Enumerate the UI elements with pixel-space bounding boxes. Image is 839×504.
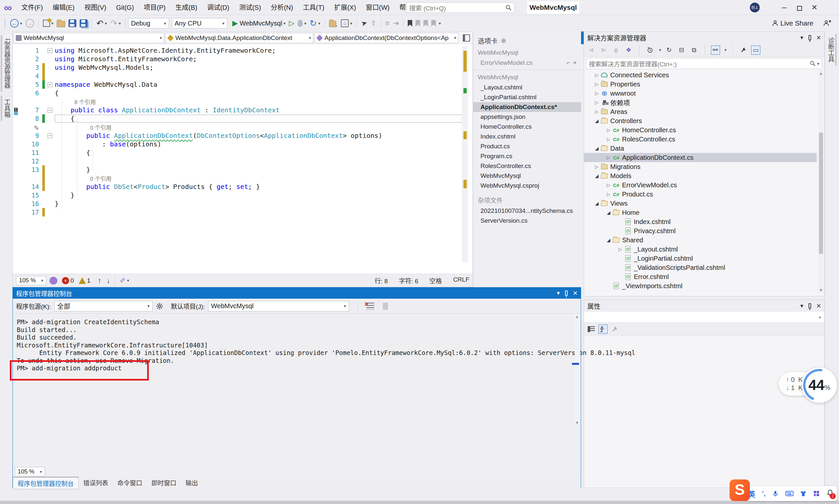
close-icon[interactable]: × — [816, 33, 821, 42]
package-source-dropdown[interactable]: 全部▾ — [54, 301, 153, 311]
tree-item[interactable]: ▷C#HomeController.cs — [584, 125, 817, 134]
add-user-button[interactable]: + — [821, 17, 833, 29]
toolbar-grip[interactable] — [5, 19, 6, 28]
tree-item[interactable]: ▷C#RolesController.cs — [584, 134, 817, 144]
toolbox-tab[interactable]: 工具箱 — [1, 96, 11, 121]
solution-scrollbar[interactable]: ▲ ▼ — [818, 70, 824, 293]
navigate-forward-button[interactable]: → — [24, 17, 36, 29]
restart-button[interactable]: ↻▾ — [308, 17, 322, 29]
error-icon[interactable]: × — [62, 277, 69, 284]
menu-debug[interactable]: 调试(D) — [202, 0, 234, 15]
save-button[interactable] — [67, 17, 78, 29]
solution-explorer-header[interactable]: 解决方案资源管理器 ▾ × — [584, 32, 824, 43]
gear-icon[interactable] — [501, 38, 506, 43]
toolbox-grid-icon[interactable] — [813, 490, 820, 497]
tree-item[interactable]: @Index.cshtml — [584, 217, 817, 226]
console-zoom-dropdown[interactable]: 105 %▾ — [15, 467, 45, 476]
preview-selected-items-icon[interactable]: ▭ — [751, 46, 761, 55]
window-menu-icon[interactable]: ▾ — [800, 34, 803, 41]
quick-search-input[interactable]: 搜索 (Ctrl+Q) — [406, 2, 514, 13]
live-share-button[interactable]: Live Share — [770, 17, 815, 29]
tab-item-preview[interactable]: ErrorViewModel.cs⌐× — [473, 58, 581, 68]
tree-item[interactable]: ◢Controllers — [584, 116, 817, 125]
breadcrumb-member-dropdown[interactable]: ApplicationDbContext(DbContextOptions<Ap… — [314, 33, 458, 43]
tree-item[interactable]: ▷Connected Services — [584, 70, 817, 79]
find-in-files-button[interactable] — [327, 17, 339, 29]
tab-item[interactable]: Program.cs — [473, 151, 581, 161]
tab-item[interactable]: WebMvcMysql — [473, 171, 581, 181]
fold-toggle[interactable] — [48, 108, 52, 113]
pmc-title-bar[interactable]: 程序包管理器控制台 ▾ × — [13, 288, 581, 299]
tree-item[interactable]: ◢Data — [584, 144, 817, 153]
pin-icon[interactable] — [808, 35, 811, 40]
warning-count[interactable]: 1 — [87, 277, 91, 284]
error-count[interactable]: 0 — [70, 277, 74, 284]
console-scrollbar[interactable]: ▲ ▼ — [575, 314, 580, 425]
tree-item[interactable]: @_ValidationScriptsPartial.cshtml — [584, 263, 817, 272]
properties-header[interactable]: 属性 ▾ × — [584, 300, 824, 312]
categorized-icon[interactable] — [587, 325, 596, 334]
fold-toggle[interactable] — [48, 133, 52, 138]
editor-zoom-dropdown[interactable]: 105 %▾ — [16, 276, 46, 285]
codelens-references[interactable]: 8 个引用 — [13, 97, 465, 106]
menu-extensions[interactable]: 扩展(X) — [329, 0, 361, 15]
pin-icon[interactable] — [565, 290, 567, 296]
window-menu-icon[interactable]: ▾ — [800, 302, 803, 309]
navigate-back-button[interactable]: ←▾ — [8, 17, 24, 29]
menu-file[interactable]: 文件(F) — [16, 0, 48, 15]
pin-icon[interactable] — [808, 303, 811, 308]
fold-toggle[interactable] — [48, 82, 52, 87]
background-tasks-icon[interactable] — [5, 35, 11, 41]
tab-error-list[interactable]: 错误列表 — [78, 477, 113, 488]
restore-button[interactable] — [792, 0, 807, 15]
warning-icon[interactable] — [78, 277, 86, 284]
start-debugging-button[interactable]: ▶ WebMvcMysql▾ — [231, 17, 287, 29]
microphone-icon[interactable] — [772, 490, 779, 497]
tree-item[interactable]: ▷Migrations — [584, 162, 817, 171]
code-area[interactable]: 1using Microsoft.AspNetCore.Identity.Ent… — [13, 46, 465, 216]
menu-build[interactable]: 生成(B) — [171, 0, 202, 15]
tab-item[interactable]: RolesController.cs — [473, 161, 581, 171]
tree-item[interactable]: ▷wwwroot — [584, 89, 817, 98]
undo-button[interactable]: ↶▾ — [95, 17, 108, 29]
tab-package-manager-console[interactable]: 程序包管理器控制台 — [13, 477, 78, 489]
solution-platform-dropdown[interactable]: Any CPU▾ — [172, 18, 227, 29]
gear-icon[interactable] — [156, 303, 163, 310]
minimize-button[interactable]: – — [777, 0, 792, 15]
search-icon[interactable] — [505, 4, 512, 11]
codelens-references[interactable]: 0 个引用 — [13, 174, 465, 182]
editor-scrollbar[interactable] — [462, 46, 468, 262]
selection-tool-button[interactable]: ➤ — [360, 17, 369, 29]
alphabetical-sort-icon[interactable]: A↓Z — [598, 325, 608, 334]
sync-with-active-document-icon[interactable]: ⚯ — [711, 46, 720, 55]
skin-shirt-icon[interactable] — [800, 490, 807, 497]
close-button[interactable]: × — [807, 0, 822, 15]
tree-item[interactable]: ▷C#Product.cs — [584, 190, 817, 199]
breadcrumb-project-dropdown[interactable]: WebMvcMysql▾ — [14, 33, 164, 43]
tab-item[interactable]: Product.cs — [473, 142, 581, 151]
tree-item[interactable]: ▷Properties — [584, 79, 817, 89]
tree-item[interactable]: ◢Shared — [584, 235, 817, 245]
home-icon[interactable]: ⌂ — [612, 46, 621, 55]
keyboard-icon[interactable] — [786, 490, 793, 497]
tree-item[interactable]: ◢Models — [584, 171, 817, 180]
breadcrumb-type-dropdown[interactable]: WebMvcMysql.Data.ApplicationDbContext▾ — [165, 33, 313, 43]
split-window-icon[interactable] — [463, 34, 470, 41]
tab-item[interactable]: 2022101007034...ntitySchema.cs — [473, 206, 581, 216]
hot-reload-button[interactable]: ▾ — [296, 17, 308, 29]
tab-item[interactable]: _LoginPartial.cshtml — [473, 92, 581, 102]
next-issue-icon[interactable]: ↓ — [106, 276, 110, 285]
pending-changes-filter-icon[interactable] — [645, 46, 654, 55]
collapse-all-icon[interactable]: ⊟ — [677, 46, 686, 55]
diagnostic-tools-tab[interactable]: 诊断工具 — [826, 34, 837, 66]
tab-item-active[interactable]: ApplicationDbContext.cs* — [473, 102, 581, 112]
default-project-dropdown[interactable]: WebMvcMysql▾ — [208, 301, 349, 311]
open-file-button[interactable] — [55, 17, 67, 29]
prev-issue-icon[interactable]: ↑ — [98, 276, 101, 285]
tree-item-selected[interactable]: ▷C#ApplicationDbContext.cs — [584, 153, 817, 162]
solution-search-input[interactable]: 搜索解决方案资源管理器(Ctrl+;) ▾ — [586, 58, 822, 69]
tab-item[interactable]: WebMvcMysql.csproj — [473, 181, 581, 191]
keep-open-icon[interactable]: ⌐ — [567, 59, 570, 66]
fold-toggle[interactable] — [48, 48, 52, 53]
save-all-button[interactable] — [78, 17, 89, 29]
